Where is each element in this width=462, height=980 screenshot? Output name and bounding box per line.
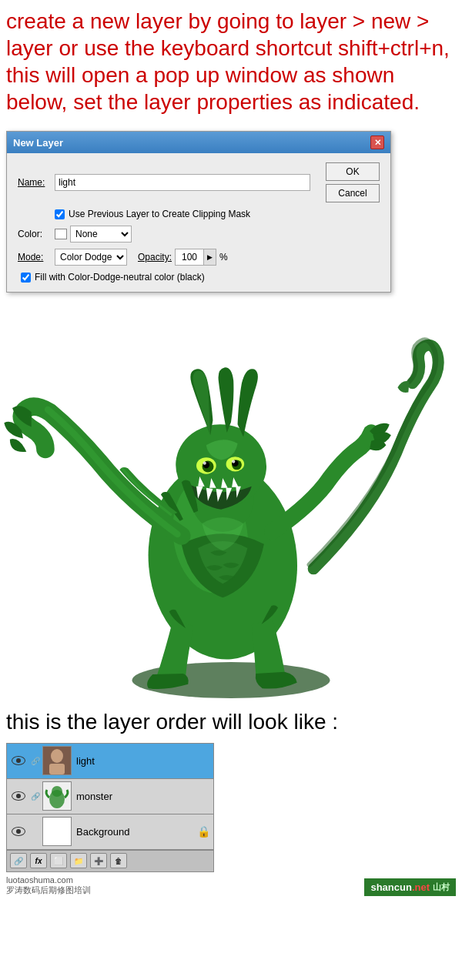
color-label: Color:	[18, 229, 55, 239]
link-layers-button[interactable]: 🔗	[10, 853, 27, 868]
layer-link-background	[30, 823, 41, 840]
layer-eye-monster[interactable]	[10, 788, 27, 804]
footer-section: luotaoshuma.com 罗涛数码后期修图培训 shancun.net 山…	[0, 872, 462, 902]
svg-point-18	[52, 786, 62, 797]
instruction-text: create a new layer by going to layer > n…	[6, 8, 456, 115]
clipping-mask-label: Use Previous Layer to Create Clipping Ma…	[69, 209, 250, 219]
layer-thumb-light	[42, 746, 72, 775]
svg-rect-15	[49, 764, 65, 774]
fx-button[interactable]: fx	[30, 853, 47, 868]
layer-panel-section: 🔗 light 🔗	[0, 743, 462, 872]
svg-rect-19	[43, 818, 71, 845]
fill-label: Fill with Color-Dodge-neutral color (bla…	[35, 272, 205, 283]
layer-thumb-monster	[42, 781, 72, 811]
layer-row-background[interactable]: Background 🔒	[7, 814, 213, 850]
new-layer-dialog: New Layer ✕ Name: OK Cancel Use Previous…	[6, 131, 391, 293]
layer-thumb-background	[42, 817, 72, 846]
name-row: Name: OK Cancel	[18, 162, 380, 202]
layer-eye-background[interactable]	[10, 823, 27, 840]
monster-image-section	[0, 305, 462, 701]
shancun-red-text: .net	[412, 881, 430, 893]
delete-layer-button[interactable]: 🗑	[110, 853, 127, 868]
fill-checkbox[interactable]	[21, 273, 31, 283]
shancun-text: shancun	[370, 881, 411, 893]
eye-pupil-light	[16, 758, 21, 763]
monster-illustration	[0, 305, 462, 701]
layer-row-light[interactable]: 🔗 light	[7, 744, 213, 779]
color-row: Color: None Red Orange Yellow Green Blue…	[18, 226, 380, 242]
shancun-label: shancun.net	[370, 881, 430, 893]
layer-row-monster[interactable]: 🔗 monster	[7, 779, 213, 814]
percent-label: %	[219, 252, 228, 263]
new-layer-button[interactable]: ➕	[90, 853, 107, 868]
dialog-title: New Layer	[13, 137, 63, 149]
watermark-chinese: 罗涛数码后期修图培训	[6, 885, 91, 896]
ok-button[interactable]: OK	[326, 162, 380, 181]
eye-pupil-background	[16, 829, 21, 834]
thumb-monster-svg	[43, 782, 71, 810]
mode-row: Mode: Color Dodge Normal Multiply Screen…	[18, 249, 380, 266]
opacity-input[interactable]	[175, 249, 204, 266]
opacity-arrow[interactable]: ▶	[204, 249, 216, 266]
color-select[interactable]: None Red Orange Yellow Green Blue Violet…	[70, 226, 132, 242]
layer-panel: 🔗 light 🔗	[6, 743, 214, 872]
layer-name-light: light	[76, 755, 210, 767]
opacity-label: Opacity:	[138, 252, 172, 263]
layer-link-monster: 🔗	[30, 788, 41, 804]
shancun-badge: shancun.net 山村	[364, 878, 456, 896]
eye-pupil-monster	[16, 794, 21, 798]
bottom-text-section: this is the layer order will look like :	[0, 701, 462, 742]
svg-point-11	[203, 462, 206, 465]
dialog-buttons: OK Cancel	[318, 162, 380, 202]
mask-button[interactable]: ⬜	[50, 853, 67, 868]
fill-row: Fill with Color-Dodge-neutral color (bla…	[21, 272, 380, 283]
svg-point-12	[232, 460, 235, 463]
dialog-section: New Layer ✕ Name: OK Cancel Use Previous…	[0, 123, 462, 305]
layer-link-light: 🔗	[30, 752, 41, 769]
clipping-mask-row: Use Previous Layer to Create Clipping Ma…	[55, 209, 380, 219]
shancun-badge-container: shancun.net 山村	[364, 878, 456, 896]
color-swatch	[55, 229, 67, 239]
dialog-close-button[interactable]: ✕	[370, 135, 384, 149]
instruction-text-section: create a new layer by going to layer > n…	[0, 0, 462, 123]
bottom-instruction: this is the layer order will look like :	[6, 708, 456, 736]
cancel-button[interactable]: Cancel	[326, 184, 380, 202]
svg-point-14	[51, 749, 63, 763]
shancun-chinese: 山村	[433, 881, 450, 893]
layer-name-monster: monster	[76, 791, 210, 802]
layer-name-background: Background	[76, 826, 194, 838]
name-input[interactable]	[55, 174, 310, 191]
lock-icon: 🔒	[197, 825, 210, 838]
dialog-body: Name: OK Cancel Use Previous Layer to Cr…	[7, 153, 390, 292]
layer-toolbar: 🔗 fx ⬜ 📁 ➕ 🗑	[7, 850, 213, 871]
thumb-portrait-svg	[43, 747, 71, 774]
thumb-bg-svg	[43, 818, 71, 845]
eye-icon-monster	[12, 791, 25, 801]
clipping-mask-checkbox[interactable]	[55, 209, 65, 219]
name-label: Name:	[18, 177, 55, 188]
watermark-left: luotaoshuma.com 罗涛数码后期修图培训	[6, 875, 91, 896]
dialog-titlebar: New Layer ✕	[7, 132, 390, 153]
watermark-url: luotaoshuma.com	[6, 875, 91, 885]
group-button[interactable]: 📁	[70, 853, 87, 868]
eye-icon-background	[12, 827, 25, 836]
mode-label: Mode:	[18, 252, 55, 263]
eye-icon-light	[12, 756, 25, 765]
layer-eye-light[interactable]	[10, 752, 27, 769]
mode-select[interactable]: Color Dodge Normal Multiply Screen Overl…	[55, 249, 127, 266]
